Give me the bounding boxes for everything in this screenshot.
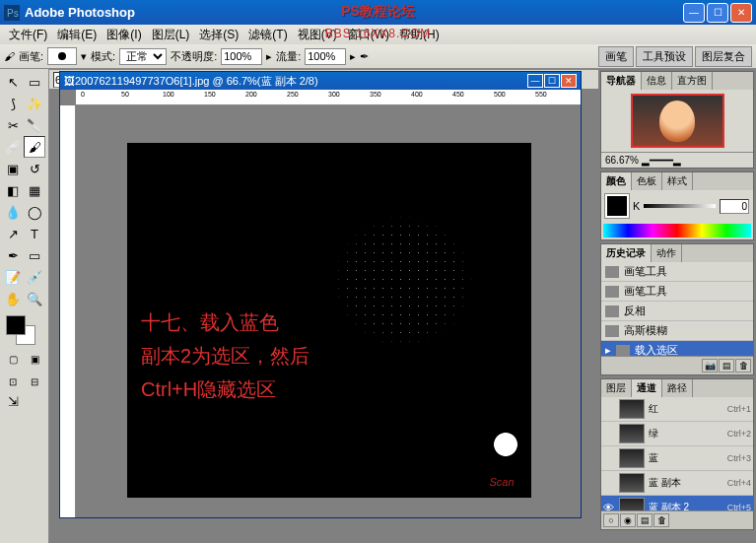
hand-tool[interactable]: ✋: [2, 288, 24, 309]
menu-layer[interactable]: 图层(L): [147, 25, 195, 45]
color-slider[interactable]: [644, 204, 716, 208]
history-item[interactable]: 画笔工具: [601, 282, 753, 302]
window-minimize-button[interactable]: —: [683, 3, 705, 23]
menu-image[interactable]: 图像(I): [102, 25, 146, 45]
window-maximize-button[interactable]: ☐: [707, 3, 728, 23]
well-tab-comps[interactable]: 图层复合: [695, 46, 752, 67]
menu-filter[interactable]: 滤镜(T): [243, 25, 292, 45]
delete-history-button[interactable]: 🗑: [735, 359, 751, 373]
load-selection-button[interactable]: ○: [603, 513, 619, 527]
type-tool[interactable]: T: [24, 223, 45, 244]
delete-channel-button[interactable]: 🗑: [653, 513, 669, 527]
channel-label: K: [633, 200, 640, 212]
watermark-url: BBS.16XX8.COM: [325, 27, 432, 40]
tab-color[interactable]: 颜色: [601, 172, 632, 190]
doc-maximize-button[interactable]: ☐: [544, 74, 560, 88]
document-title: 200762119497737O6[1].jpg @ 66.7%(蓝 副本 2/…: [75, 74, 527, 89]
image-content: [305, 192, 502, 370]
channel-row[interactable]: 绿Ctrl+2: [601, 422, 753, 446]
slice-tool[interactable]: 🔪: [24, 114, 45, 136]
move-tool[interactable]: ↖: [2, 71, 24, 93]
new-channel-button[interactable]: ▤: [637, 513, 653, 527]
flow-input[interactable]: [305, 48, 346, 65]
gradient-tool[interactable]: ▦: [24, 179, 45, 201]
history-item[interactable]: 反相: [601, 302, 753, 321]
brush-preview[interactable]: [47, 47, 77, 65]
tab-channels[interactable]: 通道: [632, 379, 662, 397]
blur-tool[interactable]: 💧: [2, 201, 24, 223]
watermark-text: PS教程论坛: [341, 3, 415, 21]
tab-layers[interactable]: 图层: [601, 379, 632, 397]
channel-row[interactable]: 蓝Ctrl+3: [601, 446, 753, 471]
tab-swatches[interactable]: 色板: [632, 172, 662, 190]
pen-tool[interactable]: ✒: [2, 244, 24, 266]
menu-edit[interactable]: 编辑(E): [52, 25, 102, 45]
color-swatch[interactable]: [605, 194, 629, 218]
menu-file[interactable]: 文件(F): [4, 25, 52, 45]
path-tool[interactable]: ↗: [2, 223, 24, 244]
tab-histogram[interactable]: 直方图: [672, 72, 713, 90]
screen-mode-2[interactable]: ⊟: [24, 373, 45, 390]
color-ramp[interactable]: [603, 224, 751, 238]
tab-actions[interactable]: 动作: [652, 244, 682, 262]
heal-tool[interactable]: 🩹: [2, 136, 24, 158]
brush-tool[interactable]: 🖌: [24, 136, 45, 158]
channel-list[interactable]: 红Ctrl+1 绿Ctrl+2 蓝Ctrl+3 蓝 副本Ctrl+4 👁蓝 副本…: [601, 397, 753, 510]
channel-row[interactable]: 👁蓝 副本 2Ctrl+5: [601, 496, 753, 510]
stamp-tool[interactable]: ▣: [2, 158, 24, 179]
new-snapshot-button[interactable]: 📷: [702, 359, 718, 373]
channels-panel: 图层 通道 路径 红Ctrl+1 绿Ctrl+2 蓝Ctrl+3 蓝 副本Ctr…: [600, 378, 754, 530]
doc-minimize-button[interactable]: —: [527, 74, 543, 88]
eraser-tool[interactable]: ◧: [2, 179, 24, 201]
foreground-color[interactable]: [6, 315, 26, 335]
color-swatches[interactable]: [2, 315, 46, 345]
blend-mode-select[interactable]: 正常: [119, 48, 167, 65]
history-item[interactable]: 高斯模糊: [601, 321, 753, 341]
save-selection-button[interactable]: ◉: [620, 513, 636, 527]
well-tab-presets[interactable]: 工具预设: [636, 46, 693, 67]
lasso-tool[interactable]: ⟆: [2, 93, 24, 114]
history-item[interactable]: ▸载入选区: [601, 341, 753, 356]
canvas-area[interactable]: 十七、载入蓝色 副本2为选区，然后 Ctrl+H隐藏选区 Scan: [76, 105, 581, 517]
channel-row[interactable]: 红Ctrl+1: [601, 397, 753, 422]
document-titlebar[interactable]: 🖼 200762119497737O6[1].jpg @ 66.7%(蓝 副本 …: [60, 72, 581, 90]
tab-info[interactable]: 信息: [642, 72, 672, 90]
nav-zoom[interactable]: 66.67%: [605, 155, 639, 166]
history-item[interactable]: 画笔工具: [601, 262, 753, 282]
channel-thumb: [619, 448, 645, 468]
tab-styles[interactable]: 样式: [662, 172, 693, 190]
menu-select[interactable]: 选择(S): [194, 25, 243, 45]
jump-to-iw[interactable]: ⇲: [2, 390, 24, 412]
opacity-label: 不透明度:: [171, 49, 217, 64]
doc-close-button[interactable]: ✕: [561, 74, 577, 88]
new-doc-button[interactable]: ▤: [719, 359, 734, 373]
channel-row[interactable]: 蓝 副本Ctrl+4: [601, 471, 753, 496]
horizontal-ruler: 050100150200250300350400450500550: [76, 90, 581, 105]
canvas[interactable]: 十七、载入蓝色 副本2为选区，然后 Ctrl+H隐藏选区 Scan: [127, 143, 531, 498]
quickmask-mode[interactable]: ▣: [24, 350, 45, 368]
navigator-thumb[interactable]: [631, 94, 724, 148]
airbrush-icon[interactable]: ✒: [360, 50, 369, 63]
opacity-input[interactable]: [221, 48, 262, 65]
visibility-icon[interactable]: 👁: [603, 502, 615, 510]
window-close-button[interactable]: ✕: [730, 3, 752, 23]
wand-tool[interactable]: ✨: [24, 93, 45, 114]
zoom-tool[interactable]: 🔍: [24, 288, 45, 309]
channel-thumb: [619, 424, 645, 443]
shape-tool[interactable]: ▭: [24, 244, 45, 266]
marquee-tool[interactable]: ▭: [24, 71, 45, 93]
quickmask-standard[interactable]: ▢: [2, 350, 24, 368]
eyedropper-tool[interactable]: 💉: [24, 266, 45, 288]
crop-tool[interactable]: ✂: [2, 114, 24, 136]
color-value-input[interactable]: [720, 199, 749, 214]
scan-watermark: Scan: [482, 425, 521, 488]
tab-history[interactable]: 历史记录: [601, 244, 652, 262]
history-list[interactable]: 画笔工具 画笔工具 反相 高斯模糊 ▸载入选区: [601, 262, 753, 356]
tab-navigator[interactable]: 导航器: [601, 72, 642, 90]
dodge-tool[interactable]: ◯: [24, 201, 45, 223]
tab-paths[interactable]: 路径: [662, 379, 693, 397]
history-brush-tool[interactable]: ↺: [24, 158, 45, 179]
notes-tool[interactable]: 📝: [2, 266, 24, 288]
well-tab-brushes[interactable]: 画笔: [598, 46, 634, 67]
screen-mode-1[interactable]: ⊡: [2, 373, 24, 390]
